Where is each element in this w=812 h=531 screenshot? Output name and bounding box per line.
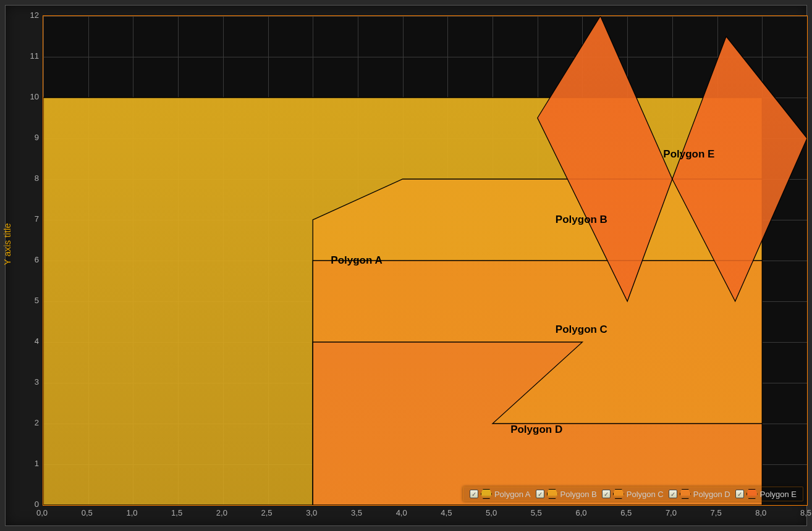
y-tick-label: 9: [24, 133, 39, 142]
legend-item[interactable]: ✓Polygon B: [536, 489, 597, 499]
legend-item[interactable]: ✓Polygon D: [669, 489, 730, 499]
legend-item[interactable]: ✓Polygon A: [470, 489, 531, 499]
x-tick-label: 8,5: [800, 508, 811, 517]
x-tick-label: 3,0: [306, 508, 317, 517]
legend-swatch-icon: [547, 489, 558, 499]
legend-label: Polygon A: [494, 490, 531, 499]
legend-label: Polygon B: [560, 490, 597, 499]
x-tick-label: 7,0: [666, 508, 677, 517]
legend-checkbox[interactable]: ✓: [536, 490, 544, 498]
x-tick-label: 1,5: [171, 508, 182, 517]
x-tick-label: 4,0: [396, 508, 407, 517]
y-tick-label: 3: [24, 377, 39, 387]
chart-frame: Y axis title Polygon APolygon BPolygon C…: [5, 5, 807, 526]
polygon-label: Polygon D: [510, 424, 562, 436]
polygon-layer: [43, 16, 807, 505]
legend-swatch-icon: [680, 489, 691, 499]
y-tick-label: 11: [24, 51, 39, 61]
grid-line-v: [807, 16, 808, 505]
x-tick-label: 3,5: [351, 508, 362, 517]
polygon-label: Polygon E: [663, 148, 714, 161]
y-tick-label: 0: [24, 500, 39, 509]
x-tick-label: 5,0: [486, 508, 497, 517]
legend-swatch-icon: [613, 489, 624, 499]
x-tick-label: 4,5: [441, 508, 452, 517]
y-tick-label: 6: [24, 255, 39, 264]
y-tick-label: 8: [24, 174, 39, 183]
legend-label: Polygon E: [760, 490, 797, 499]
legend-item[interactable]: ✓Polygon C: [602, 489, 664, 499]
x-tick-label: 5,5: [531, 508, 542, 517]
legend-checkbox[interactable]: ✓: [735, 490, 744, 498]
polygon-label: Polygon B: [556, 214, 607, 226]
legend-swatch-icon: [481, 489, 492, 499]
legend-swatch-icon: [746, 489, 758, 499]
x-tick-label: 6,0: [575, 508, 586, 517]
legend-checkbox[interactable]: ✓: [669, 490, 677, 498]
x-tick-label: 0,5: [82, 508, 93, 517]
polygon-label: Polygon C: [556, 324, 607, 336]
x-tick-label: 1,0: [126, 508, 137, 517]
plot-area: Polygon APolygon BPolygon CPolygon DPoly…: [43, 15, 808, 506]
x-tick-label: 8,0: [755, 508, 766, 517]
y-tick-label: 1: [24, 459, 39, 468]
x-tick-label: 6,5: [620, 508, 632, 517]
y-tick-label: 7: [24, 214, 39, 224]
legend-checkbox[interactable]: ✓: [602, 490, 611, 498]
x-tick-label: 0,0: [36, 508, 48, 517]
grid-line-h: [43, 505, 807, 506]
x-tick-label: 2,5: [261, 508, 273, 517]
legend-label: Polygon D: [693, 490, 730, 499]
legend: ✓Polygon A✓Polygon B✓Polygon C✓Polygon D…: [463, 487, 803, 501]
y-tick-label: 10: [24, 92, 39, 101]
x-tick-label: 7,5: [711, 508, 722, 517]
y-tick-label: 4: [24, 337, 39, 346]
polygon-label: Polygon A: [331, 254, 382, 267]
legend-checkbox[interactable]: ✓: [470, 490, 478, 498]
legend-label: Polygon C: [627, 490, 664, 499]
y-tick-label: 5: [24, 296, 39, 305]
x-tick-label: 2,0: [216, 508, 227, 517]
y-tick-label: 2: [24, 418, 39, 427]
y-tick-label: 12: [24, 10, 39, 20]
legend-item[interactable]: ✓Polygon E: [735, 489, 797, 499]
